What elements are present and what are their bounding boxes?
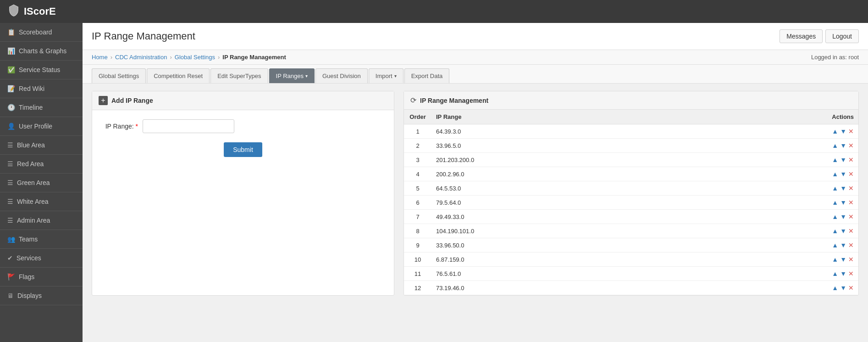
sidebar: 📋Scoreboard📊Charts & Graphs✅Service Stat… <box>0 23 83 342</box>
move-down-icon[interactable]: ▼ <box>840 284 846 292</box>
table-row: 2 33.96.5.0 ▲ ▼ ✕ <box>404 139 858 153</box>
sidebar-item-service-status[interactable]: ✅Service Status <box>0 61 83 79</box>
delete-icon[interactable]: ✕ <box>848 156 854 163</box>
move-up-icon[interactable]: ▲ <box>832 199 838 206</box>
move-down-icon[interactable]: ▼ <box>840 241 846 249</box>
tab-edit-supertypes[interactable]: Edit SuperTypes <box>210 68 268 83</box>
move-up-icon[interactable]: ▲ <box>832 213 838 220</box>
sidebar-label-displays: Displays <box>17 292 42 299</box>
move-down-icon[interactable]: ▼ <box>840 142 846 149</box>
move-up-icon[interactable]: ▲ <box>832 256 838 263</box>
sidebar-item-white-area[interactable]: ☰White Area <box>0 192 83 211</box>
sidebar-item-blue-area[interactable]: ☰Blue Area <box>0 136 83 155</box>
delete-icon[interactable]: ✕ <box>848 284 854 292</box>
move-up-icon[interactable]: ▲ <box>832 156 838 163</box>
plus-icon[interactable]: + <box>99 96 108 105</box>
delete-icon[interactable]: ✕ <box>848 128 854 135</box>
delete-icon[interactable]: ✕ <box>848 213 854 220</box>
table-header-row: Order IP Range Actions <box>404 110 858 124</box>
cell-order: 5 <box>404 181 431 196</box>
delete-icon[interactable]: ✕ <box>848 142 854 149</box>
delete-icon[interactable]: ✕ <box>848 170 854 178</box>
breadcrumb-path: Home › CDC Administration › Global Setti… <box>92 54 286 61</box>
delete-icon[interactable]: ✕ <box>848 256 854 263</box>
tab-dropdown-ip-ranges: ▾ <box>305 73 308 78</box>
move-down-icon[interactable]: ▼ <box>840 213 846 220</box>
col-header-actions: Actions <box>822 110 858 124</box>
sidebar-item-timeline[interactable]: 🕐Timeline <box>0 98 83 117</box>
delete-icon[interactable]: ✕ <box>848 227 854 235</box>
breadcrumb: Home › CDC Administration › Global Setti… <box>83 50 868 65</box>
green-area-icon: ☰ <box>7 179 13 186</box>
tab-global-settings[interactable]: Global Settings <box>92 68 146 83</box>
sidebar-item-scoreboard[interactable]: 📋Scoreboard <box>0 23 83 42</box>
submit-button[interactable]: Submit <box>224 142 262 157</box>
cell-ip: 79.5.64.0 <box>431 196 822 210</box>
sidebar-item-red-area[interactable]: ☰Red Area <box>0 155 83 174</box>
move-up-icon[interactable]: ▲ <box>832 170 838 178</box>
tab-export-data[interactable]: Export Data <box>404 68 450 83</box>
tab-label-competition-reset: Competition Reset <box>154 73 203 79</box>
move-down-icon[interactable]: ▼ <box>840 270 846 277</box>
tab-import[interactable]: Import▾ <box>369 68 404 83</box>
refresh-icon[interactable]: ⟳ <box>410 96 416 105</box>
delete-icon[interactable]: ✕ <box>848 241 854 249</box>
cell-order: 10 <box>404 252 431 267</box>
cell-order: 2 <box>404 139 431 153</box>
service-status-icon: ✅ <box>7 66 15 73</box>
tab-label-import: Import <box>376 73 393 79</box>
sidebar-item-green-area[interactable]: ☰Green Area <box>0 174 83 192</box>
sidebar-item-admin-area[interactable]: ☰Admin Area <box>0 211 83 230</box>
cell-order: 6 <box>404 196 431 210</box>
move-up-icon[interactable]: ▲ <box>832 128 838 135</box>
table-row: 8 104.190.101.0 ▲ ▼ ✕ <box>404 224 858 238</box>
move-up-icon[interactable]: ▲ <box>832 227 838 235</box>
cell-order: 3 <box>404 153 431 167</box>
sidebar-item-user-profile[interactable]: 👤User Profile <box>0 117 83 136</box>
move-down-icon[interactable]: ▼ <box>840 199 846 206</box>
cell-order: 1 <box>404 124 431 139</box>
add-form-panel: + Add IP Range IP Range: * Submit <box>92 91 394 296</box>
move-down-icon[interactable]: ▼ <box>840 256 846 263</box>
sidebar-item-charts-graphs[interactable]: 📊Charts & Graphs <box>0 42 83 61</box>
sidebar-item-red-wiki[interactable]: 📝Red Wiki <box>0 79 83 98</box>
move-down-icon[interactable]: ▼ <box>840 128 846 135</box>
breadcrumb-active: IP Range Management <box>222 54 286 61</box>
cell-actions: ▲ ▼ ✕ <box>822 196 858 210</box>
panel-heading-title: Add IP Range <box>111 97 153 104</box>
tab-competition-reset[interactable]: Competition Reset <box>147 68 210 83</box>
ip-range-label: IP Range: * <box>101 123 138 130</box>
delete-icon[interactable]: ✕ <box>848 185 854 192</box>
sidebar-item-teams[interactable]: 👥Teams <box>0 230 83 249</box>
move-down-icon[interactable]: ▼ <box>840 156 846 163</box>
tab-guest-division[interactable]: Guest Division <box>315 68 368 83</box>
tab-ip-ranges[interactable]: IP Ranges▾ <box>269 68 315 83</box>
cell-actions: ▲ ▼ ✕ <box>822 167 858 181</box>
main-layout: 📋Scoreboard📊Charts & Graphs✅Service Stat… <box>0 23 868 342</box>
move-down-icon[interactable]: ▼ <box>840 170 846 178</box>
sidebar-item-displays[interactable]: 🖥Displays <box>0 286 83 305</box>
breadcrumb-home[interactable]: Home <box>92 54 108 61</box>
sidebar-item-services[interactable]: ✔Services <box>0 249 83 268</box>
logout-button[interactable]: Logout <box>825 29 859 43</box>
move-down-icon[interactable]: ▼ <box>840 185 846 192</box>
breadcrumb-cdc-admin[interactable]: CDC Administration <box>115 54 167 61</box>
table-row: 9 33.96.50.0 ▲ ▼ ✕ <box>404 238 858 252</box>
move-down-icon[interactable]: ▼ <box>840 227 846 235</box>
sidebar-label-service-status: Service Status <box>19 66 60 73</box>
sidebar-label-red-wiki: Red Wiki <box>19 85 44 92</box>
cell-order: 7 <box>404 210 431 224</box>
delete-icon[interactable]: ✕ <box>848 199 854 206</box>
move-up-icon[interactable]: ▲ <box>832 241 838 249</box>
move-up-icon[interactable]: ▲ <box>832 270 838 277</box>
red-area-icon: ☰ <box>7 160 13 168</box>
move-up-icon[interactable]: ▲ <box>832 185 838 192</box>
ip-range-input[interactable] <box>143 119 234 133</box>
delete-icon[interactable]: ✕ <box>848 270 854 277</box>
messages-button[interactable]: Messages <box>780 29 823 43</box>
move-up-icon[interactable]: ▲ <box>832 142 838 149</box>
breadcrumb-global-settings[interactable]: Global Settings <box>175 54 215 61</box>
move-up-icon[interactable]: ▲ <box>832 284 838 292</box>
user-profile-icon: 👤 <box>7 123 15 130</box>
sidebar-item-flags[interactable]: 🚩Flags <box>0 268 83 286</box>
